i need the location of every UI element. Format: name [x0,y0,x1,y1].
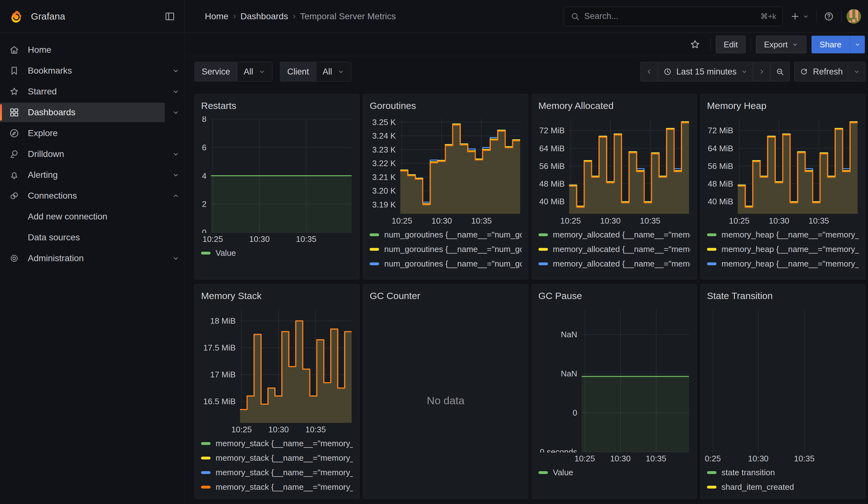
legend-item[interactable]: state transition [707,465,859,480]
sidebar-item-explore[interactable]: Explore [0,123,165,143]
x-axis-label: 10:30 [237,234,281,244]
breadcrumb-dashboards[interactable]: Dashboards [240,11,288,21]
legend-item[interactable]: memory_allocated {__name__="memo [538,242,690,256]
chart-area[interactable]: 0 seconds0NaNNaN [538,307,690,453]
y-axis-label: 64 MiB [539,144,565,153]
divider [711,38,711,51]
legend-item[interactable]: shard_item_created [707,480,859,494]
refresh-button[interactable]: Refresh [794,62,848,81]
panel-state-transition[interactable]: State Transition 0:2510:3010:35state tra… [700,284,866,499]
legend-item[interactable]: Value [538,465,690,480]
y-axis-label: 40 MiB [707,197,733,207]
x-axis-label: 10:35 [284,234,328,244]
chart-canvas[interactable]: 16.5 MiB17 MiB17.5 MiB18 MiB [201,307,353,423]
legend-item[interactable]: memory_heap {__name__="memory_h [707,271,859,275]
sidebar-item-connections[interactable]: Connections [0,186,165,206]
panel-gc-pause[interactable]: GC Pause 0 seconds0NaNNaN10:2510:3010:35… [532,284,697,499]
sidebar-item-alerting[interactable]: Alerting [0,165,165,185]
zoom-out-button[interactable] [771,62,789,81]
legend-item[interactable]: num_goroutines {__name__="num_go [370,271,521,275]
share-split-button: Share [812,36,865,53]
panel-title[interactable]: Restarts [201,98,353,113]
sidebar-collapse-icon[interactable] [164,11,175,22]
chart-area[interactable] [707,307,859,453]
legend-item[interactable]: memory_heap {__name__="memory_h [707,227,859,242]
legend-item[interactable]: memory_stack {__name__="memory_s [201,480,353,494]
chart-canvas[interactable]: 40 MiB48 MiB56 MiB64 MiB72 MiB [538,116,690,214]
y-axis-label: 6 [202,142,206,152]
panel-title[interactable]: Goroutines [370,98,521,113]
legend-item[interactable]: num_goroutines {__name__="num_go [370,227,521,242]
panel-memory-stack[interactable]: Memory Stack 16.5 MiB17 MiB17.5 MiB18 Mi… [194,284,360,499]
legend-item[interactable]: memory_stack {__name__="memory_s [201,451,353,465]
share-button[interactable]: Share [812,36,850,53]
legend-item[interactable]: Value [201,246,353,260]
search-input[interactable] [584,11,756,21]
panel-title[interactable]: Memory Heap [707,98,859,113]
chart-canvas[interactable]: 0 seconds0NaNNaN [538,307,690,453]
legend-item[interactable]: memory_stack {__name__="memory_s [201,465,353,480]
chart-canvas[interactable]: 40 MiB48 MiB56 MiB64 MiB72 MiB [707,116,859,214]
export-button[interactable]: Export [756,36,806,53]
avatar[interactable] [847,9,861,24]
panel-title[interactable]: GC Pause [538,288,690,304]
y-axis-label: 3.19 K [372,200,396,209]
search-box[interactable]: ⌘+k [564,7,783,26]
chart-area[interactable]: 3.19 K3.20 K3.21 K3.22 K3.23 K3.24 K3.25… [370,116,521,215]
panel-memory-heap[interactable]: Memory Heap 40 MiB48 MiB56 MiB64 MiB72 M… [700,94,866,279]
panel-title[interactable]: Memory Stack [201,288,353,304]
help-button[interactable] [822,9,836,24]
sidebar-item-starred[interactable]: Starred [0,82,165,101]
bookmark-icon [9,65,20,76]
sidebar-item-home[interactable]: Home [0,40,165,60]
time-forward-button[interactable] [753,62,771,81]
chart-area[interactable]: 02468 [201,116,353,233]
new-button[interactable] [788,9,811,24]
panel-title[interactable]: Memory Allocated [538,98,690,113]
panel-memory-allocated[interactable]: Memory Allocated 40 MiB48 MiB56 MiB64 Mi… [532,94,697,279]
legend-label: memory_heap {__name__="memory_h [722,259,859,269]
legend-item[interactable]: memory_heap {__name__="memory_h [707,242,859,256]
y-axis-label: 3.23 K [372,145,396,154]
time-back-button[interactable] [641,62,658,81]
time-range-picker[interactable]: Last 15 minutes [658,62,753,81]
service-filter[interactable]: Service All [194,62,272,81]
legend-label: Value [216,248,236,258]
panel-goroutines[interactable]: Goroutines 3.19 K3.20 K3.21 K3.22 K3.23 … [363,94,528,279]
connections-icon [9,191,20,201]
chart-canvas[interactable]: 02468 [201,116,353,233]
edit-button[interactable]: Edit [716,36,746,53]
legend-item[interactable]: memory_allocated {__name__="memo [538,271,690,275]
chart-area[interactable]: 40 MiB48 MiB56 MiB64 MiB72 MiB [707,116,859,215]
chart-area[interactable]: 16.5 MiB17 MiB17.5 MiB18 MiB [201,307,353,423]
legend-item[interactable]: memory_stack {__name__="memory_s [201,436,353,451]
legend-item[interactable]: memory_allocated {__name__="memo [538,227,690,242]
client-filter[interactable]: Client All [280,62,351,81]
legend-item[interactable]: memory_heap {__name__="memory_h [707,256,859,271]
panel-title[interactable]: State Transition [707,288,859,304]
share-button-label: Share [820,40,841,50]
legend-item[interactable]: memory_allocated {__name__="memo [538,256,690,271]
refresh-interval-button[interactable] [848,62,865,81]
breadcrumb-current: Temporal Server Metrics [300,11,396,21]
panel-restarts[interactable]: Restarts 0246810:2510:3010:35Value [194,94,360,279]
grafana-logo-icon[interactable] [9,9,23,24]
share-menu-button[interactable] [850,36,865,53]
favorite-star-icon[interactable] [689,39,701,51]
sidebar-item-add-new-connection[interactable]: Add new connection [0,207,165,226]
sidebar-item-dashboards[interactable]: Dashboards [0,103,165,122]
chart-canvas[interactable]: 3.19 K3.20 K3.21 K3.22 K3.23 K3.24 K3.25… [370,116,521,214]
y-axis-label: 17.5 MiB [203,343,236,352]
sidebar-item-drilldown[interactable]: Drilldown [0,144,165,164]
legend-swatch [370,263,379,265]
breadcrumb-home[interactable]: Home [205,11,228,21]
chart-area[interactable]: 40 MiB48 MiB56 MiB64 MiB72 MiB [538,116,690,215]
sidebar-item-bookmarks[interactable]: Bookmarks [0,61,165,81]
chart-canvas[interactable] [707,307,859,453]
sidebar-item-data-sources[interactable]: Data sources [0,228,165,247]
sidebar-item-administration[interactable]: Administration [0,248,165,268]
panel-gc-counter[interactable]: GC Counter No data [363,284,528,499]
panel-title[interactable]: GC Counter [370,288,521,304]
legend-item[interactable]: num_goroutines {__name__="num_go [370,242,521,256]
legend-item[interactable]: num_goroutines {__name__="num_go [370,256,521,271]
